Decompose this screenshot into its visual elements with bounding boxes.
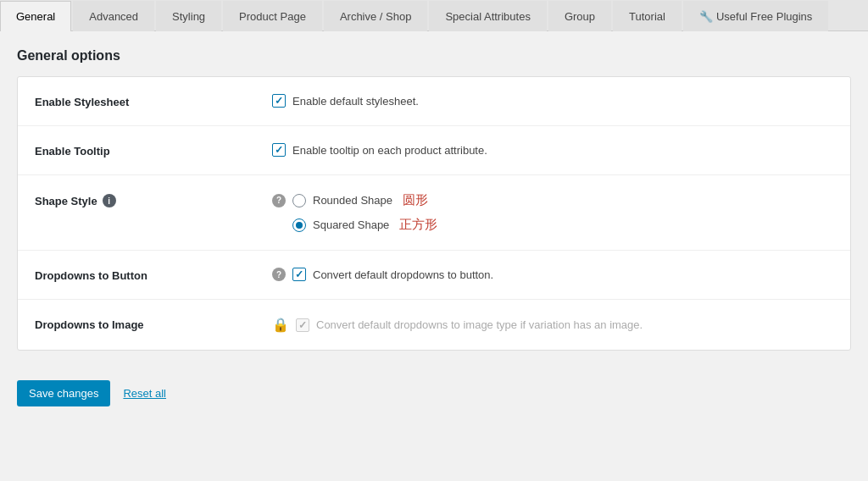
checkbox-enable-tooltip[interactable]: [272, 143, 286, 157]
checkbox-dropdowns-image: [296, 318, 309, 332]
option-control-dropdowns-image: 🔒 Convert default dropdowns to image typ…: [272, 317, 833, 333]
lock-icon-dropdowns-image: 🔒: [272, 317, 289, 333]
tabs-bar: General Advanced Styling Product Page Ar…: [0, 0, 868, 31]
section-title: General options: [17, 48, 851, 64]
option-row-shape-style: Shape Style i ? Rounded Shape 圆形 Squared…: [18, 175, 850, 251]
tab-archive-shop[interactable]: Archive / Shop: [324, 1, 428, 31]
option-label-shape-style: Shape Style i: [35, 192, 272, 207]
checkbox-label-tooltip: Enable tooltip on each product attribute…: [292, 144, 487, 157]
option-control-dropdowns-button: ? Convert default dropdowns to button.: [272, 268, 833, 281]
control-row-dropdowns-image: 🔒 Convert default dropdowns to image typ…: [272, 317, 833, 333]
option-control-enable-tooltip: Enable tooltip on each product attribute…: [272, 143, 833, 157]
option-control-enable-stylesheet: Enable default stylesheet.: [272, 94, 833, 108]
tab-advanced[interactable]: Advanced: [73, 1, 154, 31]
option-label-enable-stylesheet: Enable Stylesheet: [35, 94, 272, 108]
tab-useful-free-plugins[interactable]: 🔧 Useful Free Plugins: [683, 1, 828, 31]
control-row-tooltip: Enable tooltip on each product attribute…: [272, 143, 833, 157]
chinese-label-rounded: 圆形: [403, 192, 428, 208]
save-changes-button[interactable]: Save changes: [17, 380, 110, 406]
option-row-enable-stylesheet: Enable Stylesheet Enable default stylesh…: [18, 77, 850, 126]
option-label-enable-tooltip: Enable Tooltip: [35, 143, 272, 158]
radio-label-rounded: Rounded Shape: [313, 194, 392, 207]
help-icon-shape-style[interactable]: ?: [272, 194, 286, 207]
content-area: General options Enable Stylesheet Enable…: [0, 31, 868, 368]
option-row-dropdowns-to-image: Dropdowns to Image 🔒 Convert default dro…: [18, 300, 850, 350]
option-label-dropdowns-image: Dropdowns to Image: [35, 317, 272, 331]
tab-general[interactable]: General: [0, 1, 71, 31]
control-row-shape-style-help: ? Rounded Shape 圆形: [272, 192, 833, 208]
help-icon-dropdowns-button[interactable]: ?: [272, 268, 286, 281]
option-control-shape-style: ? Rounded Shape 圆形 Squared Shape 正方形: [272, 192, 833, 233]
checkbox-enable-stylesheet[interactable]: [272, 94, 286, 108]
options-card: Enable Stylesheet Enable default stylesh…: [17, 76, 851, 351]
tab-group[interactable]: Group: [548, 1, 611, 31]
tab-special-attributes[interactable]: Special Attributes: [429, 1, 546, 31]
tab-tutorial[interactable]: Tutorial: [613, 1, 682, 31]
checkbox-label-dropdowns-button: Convert default dropdowns to button.: [313, 268, 493, 281]
chinese-label-squared: 正方形: [399, 217, 437, 233]
radio-rounded-shape[interactable]: [292, 194, 306, 207]
wrench-icon: 🔧: [699, 10, 713, 23]
control-row-dropdowns-button: ? Convert default dropdowns to button.: [272, 268, 833, 281]
radio-label-squared: Squared Shape: [313, 218, 389, 231]
control-row-stylesheet: Enable default stylesheet.: [272, 94, 833, 108]
option-row-enable-tooltip: Enable Tooltip Enable tooltip on each pr…: [18, 126, 850, 175]
tab-product-page[interactable]: Product Page: [223, 1, 322, 31]
checkbox-label-stylesheet: Enable default stylesheet.: [292, 95, 419, 108]
tab-styling[interactable]: Styling: [156, 1, 221, 31]
checkbox-dropdowns-button[interactable]: [292, 268, 306, 281]
option-row-dropdowns-to-button: Dropdowns to Button ? Convert default dr…: [18, 251, 850, 300]
info-icon-shape-style[interactable]: i: [103, 194, 116, 207]
checkbox-label-dropdowns-image: Convert default dropdowns to image type …: [316, 318, 643, 331]
footer: Save changes Reset all: [0, 368, 868, 419]
control-row-shape-style-squared: Squared Shape 正方形: [272, 217, 833, 233]
radio-squared-shape[interactable]: [292, 218, 306, 232]
option-label-dropdowns-button: Dropdowns to Button: [35, 268, 272, 282]
reset-all-button[interactable]: Reset all: [123, 387, 166, 400]
